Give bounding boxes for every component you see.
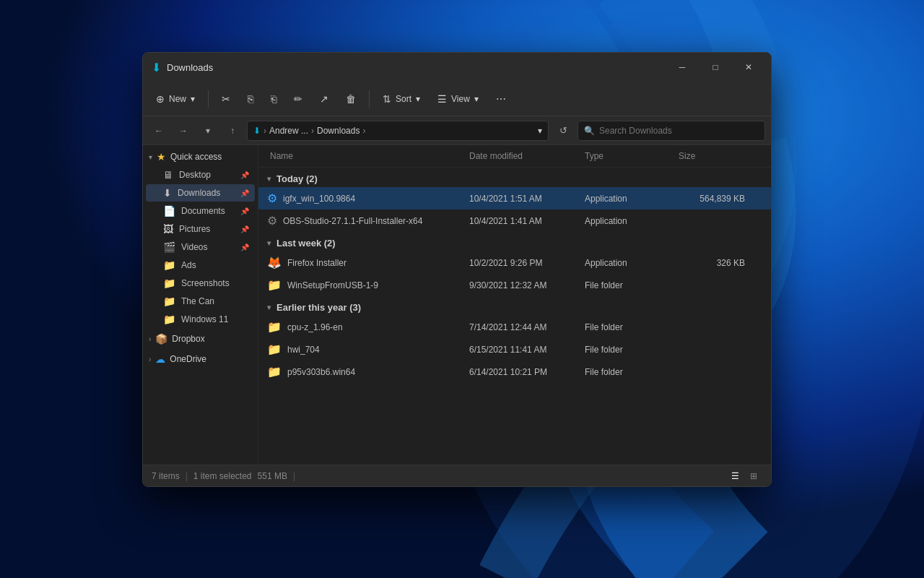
recent-locations-button[interactable]: ▾ [198, 121, 218, 141]
new-label: New [169, 94, 186, 104]
sidebar-item-windows-11[interactable]: 📁Windows 11 [146, 311, 255, 328]
file-extra [748, 275, 762, 295]
sidebar-item-downloads[interactable]: ⬇Downloads📌 [146, 184, 255, 202]
grid-view-button[interactable]: ⊞ [745, 467, 762, 485]
content-area: ▾ ★ Quick access 🖥Desktop📌⬇Downloads📌📄Do… [143, 145, 771, 465]
sort-button[interactable]: ⇅ Sort ▾ [375, 87, 427, 111]
path-separator-1: › [263, 126, 266, 136]
group-chevron: ▾ [267, 175, 271, 183]
search-icon: 🔍 [584, 126, 595, 136]
col-size[interactable]: Size [676, 148, 748, 164]
file-type: Application [582, 253, 676, 272]
onedrive-header[interactable]: › ☁ OneDrive [143, 349, 258, 369]
address-bar: ← → ▾ ↑ ⬇ › Andrew ... › Downloads › ▾ ↺… [143, 116, 771, 145]
pin-icon: 📌 [240, 225, 249, 233]
quick-access-label: Quick access [170, 152, 222, 162]
minimize-button[interactable]: ─ [666, 56, 699, 79]
file-icon: 📁 [267, 320, 282, 334]
sidebar-item-videos[interactable]: 🎬Videos📌 [146, 238, 255, 256]
sort-icon: ⇅ [383, 93, 391, 105]
selected-info: 1 item selected [193, 471, 252, 481]
table-row[interactable]: 📁hwi_7046/15/2021 11:41 AMFile folder [258, 338, 771, 361]
sidebar-item-label: Downloads [178, 188, 220, 198]
sidebar-item-icon: 📁 [163, 314, 175, 325]
maximize-button[interactable]: □ [699, 56, 732, 79]
file-group-header[interactable]: ▾Today (2) [258, 168, 771, 187]
file-icon: 📁 [267, 278, 282, 292]
onedrive-label: OneDrive [170, 354, 206, 364]
sidebar-item-desktop[interactable]: 🖥Desktop📌 [146, 166, 255, 184]
address-path[interactable]: ⬇ › Andrew ... › Downloads › ▾ [247, 121, 549, 141]
sidebar-item-ads[interactable]: 📁Ads [146, 256, 255, 274]
dropbox-label: Dropbox [172, 334, 204, 344]
up-button[interactable]: ↑ [222, 121, 243, 141]
dropbox-header[interactable]: › 📦 Dropbox [143, 329, 258, 349]
file-size: 564,839 KB [676, 189, 748, 208]
view-chevron-icon: ▾ [474, 94, 479, 104]
sidebar-item-the-can[interactable]: 📁The Can [146, 293, 255, 310]
sort-label: Sort [396, 94, 411, 104]
table-row[interactable]: ⚙OBS-Studio-27.1.1-Full-Installer-x6410/… [258, 210, 771, 232]
quick-access-header[interactable]: ▾ ★ Quick access [143, 148, 258, 165]
file-name: p95v303b6.win64 [287, 367, 355, 377]
file-type: File folder [582, 275, 676, 295]
table-row[interactable]: 📁cpu-z_1.96-en7/14/2021 12:44 AMFile fol… [258, 316, 771, 338]
file-group-header[interactable]: ▾Earlier this year (3) [258, 296, 771, 316]
rename-icon: ✏ [294, 93, 302, 105]
file-date: 9/30/2021 12:32 AM [466, 275, 582, 295]
more-button[interactable]: ⋯ [489, 87, 513, 111]
more-icon: ⋯ [496, 93, 506, 105]
paste-button[interactable]: ⎗ [263, 87, 284, 111]
file-name: hwi_704 [287, 345, 320, 355]
sidebar-item-documents[interactable]: 📄Documents📌 [146, 202, 255, 220]
view-button[interactable]: ☰ View ▾ [430, 87, 486, 111]
file-extra [748, 253, 762, 272]
col-date[interactable]: Date modified [466, 148, 582, 164]
sidebar-item-screenshots[interactable]: 📁Screenshots [146, 275, 255, 292]
file-size [676, 340, 748, 359]
list-view-button[interactable]: ☰ [726, 467, 744, 485]
group-chevron: ▾ [267, 239, 271, 247]
file-explorer-window: ⬇ Downloads ─ □ ✕ ⊕ New ▾ ✂ ⎘ ⎗ ✏ ↗ [142, 52, 772, 487]
sidebar-item-pictures[interactable]: 🖼Pictures📌 [146, 220, 255, 238]
file-name-cell: ⚙OBS-Studio-27.1.1-Full-Installer-x64 [267, 211, 466, 230]
file-icon: ⚙ [267, 191, 277, 205]
search-input[interactable] [599, 126, 759, 136]
copy-button[interactable]: ⎘ [240, 87, 261, 111]
file-icon: ⚙ [267, 214, 277, 228]
file-icon: 🦊 [267, 256, 282, 269]
table-row[interactable]: 🦊Firefox Installer10/2/2021 9:26 PMAppli… [258, 251, 771, 274]
file-icon: 📁 [267, 342, 282, 356]
file-name-cell: 📁hwi_704 [267, 340, 466, 359]
file-extra [748, 211, 762, 230]
sidebar: ▾ ★ Quick access 🖥Desktop📌⬇Downloads📌📄Do… [143, 145, 258, 465]
new-button[interactable]: ⊕ New ▾ [149, 87, 202, 111]
file-group-header[interactable]: ▾Last week (2) [258, 232, 771, 251]
file-type: Application [582, 211, 676, 230]
forward-button[interactable]: → [173, 121, 193, 141]
delete-button[interactable]: 🗑 [339, 87, 363, 111]
file-name: Firefox Installer [287, 258, 346, 268]
group-label: Earlier this year (3) [276, 302, 361, 313]
sidebar-item-icon: 📁 [163, 296, 175, 307]
close-button[interactable]: ✕ [732, 56, 765, 79]
col-type[interactable]: Type [582, 148, 676, 164]
status-bar: 7 items | 1 item selected 551 MB | ☰ ⊞ [143, 465, 771, 486]
share-button[interactable]: ↗ [313, 87, 336, 111]
sidebar-item-label: Videos [181, 242, 207, 252]
file-name-cell: ⚙igfx_win_100.9864 [267, 189, 466, 208]
path-separator-3: › [362, 126, 365, 136]
table-row[interactable]: 📁p95v303b6.win646/14/2021 10:21 PMFile f… [258, 361, 771, 383]
status-separator-2: | [293, 471, 295, 481]
table-row[interactable]: ⚙igfx_win_100.986410/4/2021 1:51 AMAppli… [258, 187, 771, 210]
rename-button[interactable]: ✏ [287, 87, 310, 111]
refresh-button[interactable]: ↺ [553, 121, 573, 141]
col-name[interactable]: Name [267, 148, 466, 164]
cut-button[interactable]: ✂ [214, 87, 237, 111]
group-label: Today (2) [276, 173, 318, 184]
back-button[interactable]: ← [149, 121, 169, 141]
toolbar-separator-1 [208, 90, 209, 108]
file-name: igfx_win_100.9864 [283, 194, 355, 204]
table-row[interactable]: 📁WinSetupFromUSB-1-99/30/2021 12:32 AMFi… [258, 274, 771, 296]
quick-access-chevron: ▾ [149, 153, 152, 161]
